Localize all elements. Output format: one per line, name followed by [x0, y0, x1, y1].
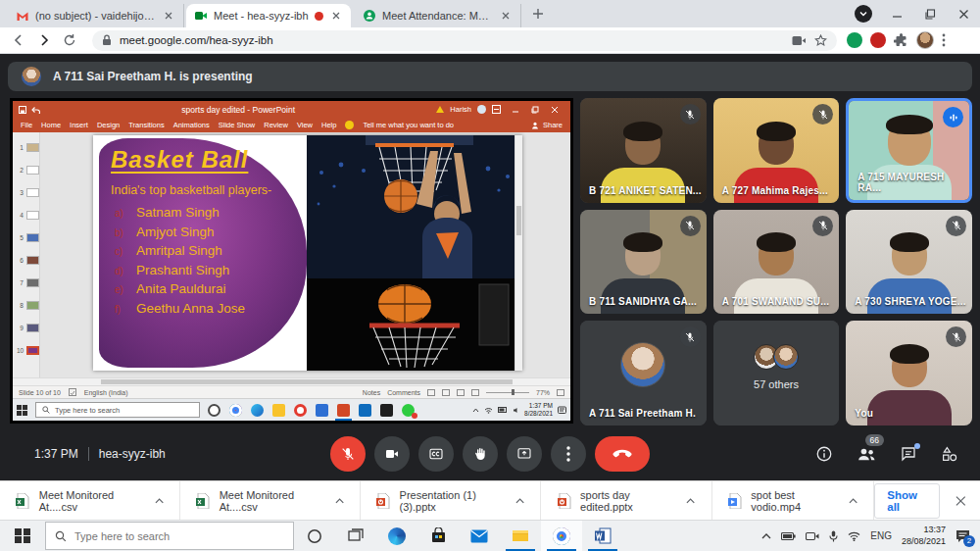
download-menu-chevron[interactable] [155, 498, 164, 504]
forward-button[interactable] [31, 27, 57, 53]
start-button[interactable] [0, 521, 45, 551]
tab-gmail[interactable]: (no subject) - vaidehijoshi@mes... [8, 4, 184, 27]
cortana-button[interactable] [294, 521, 335, 551]
tab-attendance[interactable]: Meet Attendance: Monitor [355, 4, 521, 27]
cortana-icon [208, 404, 220, 417]
wifi-icon[interactable] [848, 531, 860, 541]
action-center-icon[interactable]: 2 [956, 529, 970, 543]
close-window-button[interactable] [947, 0, 980, 27]
meeting-details-icon[interactable] [815, 445, 833, 463]
close-tab-icon[interactable] [499, 9, 513, 23]
mic-off-icon [680, 216, 701, 236]
maximize-button[interactable] [913, 0, 947, 27]
media-controls-button[interactable] [855, 5, 872, 23]
others-tile[interactable]: 57 others [713, 321, 840, 426]
download-filename: Meet Monitored At....csv [39, 489, 146, 513]
participant-tile[interactable]: A 701 SWANAND SU... [713, 210, 840, 315]
download-menu-chevron[interactable] [515, 498, 524, 504]
store-taskbar-icon[interactable] [417, 521, 459, 551]
download-item[interactable]: Meet Monitored At....csv [0, 481, 180, 520]
screen: (no subject) - vaidehijoshi@mes... Meet … [0, 0, 980, 551]
tray-chevron-icon[interactable] [761, 532, 771, 539]
camera-in-use-icon[interactable] [792, 35, 807, 46]
camera-toggle-button[interactable] [374, 436, 410, 472]
participant-name: A 701 SWANAND SU... [722, 296, 830, 307]
download-item[interactable]: Presentation (1) (3).pptx [361, 481, 541, 520]
participant-tile[interactable]: A 727 Mahima Rajes... [713, 98, 840, 203]
chrome-taskbar-icon[interactable] [541, 521, 582, 551]
participants-icon[interactable]: 66 [857, 445, 876, 463]
browser-toolbar: meet.google.com/hea-syyz-ibh [0, 27, 980, 54]
camera-tray-icon[interactable] [806, 531, 819, 541]
others-avatars [754, 344, 799, 370]
meeting-time: 1:37 PM [34, 447, 78, 461]
new-tab-button[interactable] [531, 7, 547, 23]
tab-meet[interactable]: Meet - hea-syyz-ibh [186, 4, 351, 27]
mail-taskbar-icon[interactable] [459, 521, 500, 551]
mic-toggle-button[interactable] [330, 436, 366, 472]
battery-icon[interactable] [781, 531, 796, 541]
slide-subtitle: India's top basketball players- [111, 183, 287, 197]
url-text: meet.google.com/hea-syyz-ibh [120, 34, 784, 46]
slide-image-dunk [307, 135, 522, 278]
bookmark-star-icon[interactable] [814, 34, 827, 47]
language-indicator[interactable]: ENG [870, 530, 892, 541]
extension-icon[interactable] [870, 32, 886, 48]
attendance-extension-icon[interactable] [847, 32, 862, 48]
explorer-taskbar-icon[interactable] [500, 521, 541, 551]
slide-vertical-scrollbar[interactable] [514, 135, 522, 371]
clock[interactable]: 13:37 28/08/2021 [902, 525, 946, 547]
task-view-button[interactable] [335, 521, 376, 551]
word-taskbar-icon[interactable] [582, 521, 623, 551]
close-tab-icon[interactable] [329, 9, 343, 23]
spellcheck-icon [69, 388, 76, 396]
presentation-stage[interactable]: sports day edited - PowerPoint Harish Fi… [10, 98, 573, 424]
back-button[interactable] [6, 27, 31, 53]
mic-tray-icon[interactable] [829, 530, 838, 542]
end-call-button[interactable] [595, 436, 650, 472]
present-button[interactable] [507, 436, 542, 472]
participant-tile[interactable]: B 711 SANIDHYA GA... [580, 210, 707, 315]
more-options-button[interactable] [551, 436, 586, 472]
minimize-button[interactable] [880, 0, 913, 27]
download-item[interactable]: sports day edited.pptx [541, 481, 711, 520]
download-menu-chevron[interactable] [686, 498, 695, 504]
chrome-icon [229, 404, 242, 417]
presenter-search-box: Type here to search [35, 402, 200, 418]
meeting-code: hea-syyz-ibh [99, 447, 166, 461]
profile-avatar[interactable] [916, 31, 934, 49]
participant-tile-speaking[interactable]: A 715 MAYURESH RA... [846, 98, 972, 203]
self-tile[interactable]: You [846, 321, 972, 426]
download-menu-chevron[interactable] [335, 498, 344, 504]
download-item[interactable]: Meet Monitored At....csv [180, 481, 361, 520]
show-all-downloads-button[interactable]: Show all [874, 483, 940, 519]
address-bar[interactable]: meet.google.com/hea-syyz-ibh [92, 30, 837, 51]
download-menu-chevron[interactable] [849, 498, 858, 504]
participant-tile[interactable]: A 730 SHREYA YOGE... [846, 210, 972, 315]
slide-thumbnail-panel: 1 2 3 4 5 6 7 8 9 10 [13, 132, 40, 377]
player-item: f)Geethu Anna Jose [111, 301, 307, 316]
slide-horizontal-scrollbar[interactable] [13, 377, 570, 385]
chat-icon[interactable] [900, 445, 917, 463]
reload-button[interactable] [57, 27, 82, 53]
captions-button[interactable] [418, 436, 454, 472]
participant-tile[interactable]: A 711 Sai Preetham H. [580, 321, 707, 426]
participant-tile[interactable]: B 721 ANIKET SATEN... [580, 98, 707, 203]
close-tab-icon[interactable] [162, 9, 175, 23]
edge-taskbar-icon[interactable] [376, 521, 417, 551]
ppt-menu-slideshow: Slide Show [219, 121, 256, 129]
close-downloads-icon[interactable] [956, 495, 966, 507]
tab-label: Meet - hea-syyz-ibh [214, 10, 309, 22]
others-count: 57 others [713, 378, 840, 390]
players-list: a)Satnam Singh b)Amjyot Singh c)Amritpal… [111, 205, 307, 316]
raise-hand-button[interactable] [463, 436, 498, 472]
explorer-icon [272, 404, 285, 417]
browser-menu-icon[interactable] [942, 33, 946, 47]
download-item[interactable]: spot best vodio.mp4 [712, 481, 875, 520]
taskbar-search[interactable] [45, 522, 294, 550]
participant-name: B 721 ANIKET SATEN... [589, 185, 702, 196]
taskbar-search-input[interactable] [74, 530, 261, 542]
extensions-puzzle-icon[interactable] [894, 33, 908, 48]
slide-thumb: 8 [13, 294, 39, 317]
activities-icon[interactable] [941, 445, 958, 463]
